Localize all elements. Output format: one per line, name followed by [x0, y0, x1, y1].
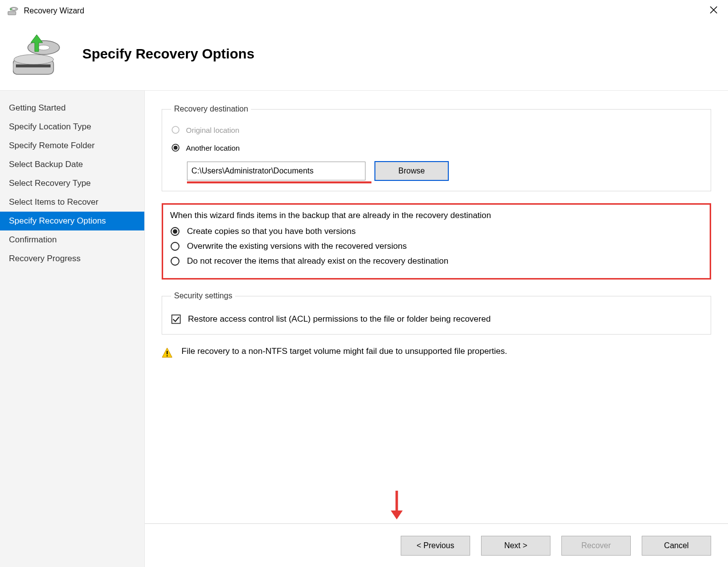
collision-options-group: When this wizard finds items in the back…: [162, 203, 711, 280]
sidebar-item-label: Select Backup Date: [9, 160, 83, 169]
restore-acl-label: Restore access control list (ACL) permis…: [188, 314, 490, 324]
sidebar-item-label: Recovery Progress: [9, 254, 81, 263]
sidebar-item-select-recovery-type[interactable]: Select Recovery Type: [0, 174, 144, 193]
collision-title: When this wizard finds items in the back…: [170, 211, 703, 221]
collision-option-create-copies[interactable]: Create copies so that you have both vers…: [170, 227, 703, 236]
recovery-wizard-icon: [7, 5, 19, 17]
sidebar-item-label: Specify Recovery Options: [9, 216, 106, 226]
previous-button[interactable]: < Previous: [401, 536, 470, 556]
another-location-option[interactable]: Another location: [171, 143, 702, 152]
sidebar-item-confirmation[interactable]: Confirmation: [0, 230, 144, 249]
original-location-option: Original location: [171, 125, 702, 134]
svg-point-5: [14, 55, 54, 64]
sidebar-item-label: Specify Location Type: [9, 122, 91, 131]
checkbox-checked-icon: [171, 314, 181, 324]
close-icon[interactable]: [706, 5, 721, 17]
svg-point-13: [171, 257, 179, 265]
sidebar-item-select-backup-date[interactable]: Select Backup Date: [0, 155, 144, 174]
sidebar-item-select-items-to-recover[interactable]: Select Items to Recover: [0, 193, 144, 212]
security-settings-legend: Security settings: [171, 291, 235, 300]
another-location-label: Another location: [186, 144, 240, 152]
security-settings-group: Security settings Restore access control…: [162, 291, 711, 335]
recovery-destination-legend: Recovery destination: [171, 105, 251, 113]
sidebar-item-specify-remote-folder[interactable]: Specify Remote Folder: [0, 136, 144, 155]
sidebar-item-getting-started[interactable]: Getting Started: [0, 99, 144, 117]
browse-button[interactable]: Browse: [374, 161, 449, 181]
svg-point-4: [38, 45, 50, 50]
svg-point-11: [173, 229, 178, 234]
collision-option-label: Create copies so that you have both vers…: [187, 227, 356, 236]
page-title: Specify Recovery Options: [82, 46, 254, 62]
annotation-arrow-icon: [390, 491, 404, 520]
radio-icon: [171, 125, 180, 134]
cancel-button[interactable]: Cancel: [642, 536, 711, 556]
radio-icon: [170, 256, 180, 266]
svg-point-12: [171, 242, 179, 250]
svg-rect-15: [167, 351, 168, 354]
svg-point-1: [12, 8, 15, 9]
ntfs-warning: File recovery to a non-NTFS target volum…: [162, 346, 711, 358]
sidebar-item-recovery-progress[interactable]: Recovery Progress: [0, 249, 144, 268]
wizard-footer: < Previous Next > Recover Cancel: [145, 523, 728, 567]
sidebar-item-label: Specify Remote Folder: [9, 141, 95, 150]
wizard-header: Specify Recovery Options: [0, 20, 728, 90]
window-title: Recovery Wizard: [24, 6, 706, 15]
svg-point-9: [174, 146, 178, 150]
original-location-label: Original location: [186, 126, 240, 134]
radio-icon: [170, 241, 180, 251]
radio-selected-icon: [170, 227, 180, 236]
warning-text: File recovery to a non-NTFS target volum…: [182, 346, 507, 356]
destination-path-input[interactable]: [187, 162, 365, 180]
warning-icon: [162, 347, 173, 358]
svg-rect-2: [8, 11, 16, 15]
collision-option-label: Overwrite the existing versions with the…: [187, 241, 407, 251]
radio-selected-icon: [171, 143, 180, 152]
recovery-header-icon: [13, 32, 62, 76]
titlebar: Recovery Wizard: [0, 0, 728, 20]
collision-option-overwrite[interactable]: Overwrite the existing versions with the…: [170, 241, 703, 251]
svg-rect-6: [16, 64, 51, 67]
wizard-steps-sidebar: Getting Started Specify Location Type Sp…: [0, 91, 145, 567]
wizard-content: Recovery destination Original location A…: [145, 91, 728, 567]
svg-rect-16: [167, 355, 168, 356]
sidebar-item-specify-recovery-options[interactable]: Specify Recovery Options: [0, 212, 144, 230]
collision-option-label: Do not recover the items that already ex…: [187, 256, 448, 266]
restore-acl-checkbox[interactable]: Restore access control list (ACL) permis…: [171, 314, 702, 324]
recover-button: Recover: [561, 536, 631, 556]
next-button[interactable]: Next >: [481, 536, 550, 556]
annotation-underline: [187, 181, 371, 183]
collision-option-skip[interactable]: Do not recover the items that already ex…: [170, 256, 703, 266]
sidebar-item-label: Select Items to Recover: [9, 197, 98, 207]
sidebar-item-label: Getting Started: [9, 103, 65, 113]
recovery-destination-group: Recovery destination Original location A…: [162, 105, 711, 191]
sidebar-item-specify-location-type[interactable]: Specify Location Type: [0, 117, 144, 136]
sidebar-item-label: Confirmation: [9, 235, 57, 244]
sidebar-item-label: Select Recovery Type: [9, 178, 91, 188]
svg-point-7: [172, 126, 179, 133]
